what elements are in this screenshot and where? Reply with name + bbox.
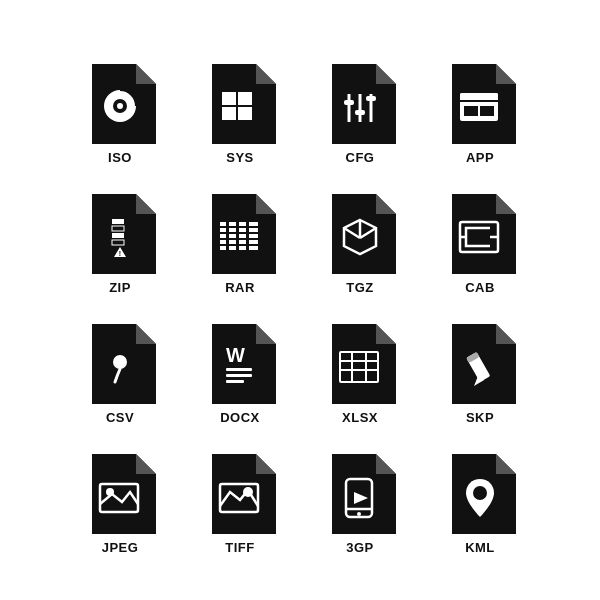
file-label-tgz: TGZ: [346, 280, 374, 295]
file-item-zip[interactable]: ! ZIP: [65, 175, 175, 295]
svg-rect-10: [344, 100, 354, 105]
file-icon-app: [444, 64, 516, 144]
file-item-cfg[interactable]: CFG: [305, 45, 415, 165]
svg-point-60: [473, 486, 487, 500]
file-item-rar[interactable]: RAR: [185, 175, 295, 295]
svg-text:W: W: [226, 344, 245, 366]
file-label-docx: DOCX: [220, 410, 260, 425]
file-label-skp: SKP: [466, 410, 494, 425]
file-label-3gp: 3GP: [346, 540, 374, 555]
file-icon-xlsx: [324, 324, 396, 404]
icon-grid: ISO SYS: [45, 25, 555, 575]
file-icon-tiff: [204, 454, 276, 534]
file-label-kml: KML: [465, 540, 495, 555]
file-icon-skp: [444, 324, 516, 404]
file-label-tiff: TIFF: [225, 540, 254, 555]
file-item-docx[interactable]: W DOCX: [185, 305, 295, 425]
file-label-cab: CAB: [465, 280, 495, 295]
file-item-jpeg[interactable]: JPEG: [65, 435, 175, 555]
svg-point-2: [117, 103, 123, 109]
svg-rect-31: [246, 222, 249, 250]
file-icon-zip: !: [84, 194, 156, 274]
file-label-sys: SYS: [226, 150, 254, 165]
file-item-iso[interactable]: ISO: [65, 45, 175, 165]
svg-rect-18: [112, 219, 124, 224]
file-item-cab[interactable]: CAB: [425, 175, 535, 295]
file-item-tiff[interactable]: TIFF: [185, 435, 295, 555]
svg-rect-21: [112, 240, 124, 245]
svg-rect-11: [355, 110, 365, 115]
svg-rect-20: [112, 233, 124, 238]
svg-rect-42: [226, 374, 252, 377]
svg-rect-41: [226, 368, 252, 371]
svg-rect-16: [480, 106, 494, 116]
svg-rect-4: [238, 92, 252, 105]
svg-rect-43: [226, 380, 244, 383]
svg-rect-12: [366, 96, 376, 101]
file-icon-iso: [84, 64, 156, 144]
svg-rect-30: [236, 222, 239, 250]
svg-rect-14: [460, 93, 498, 101]
svg-rect-15: [464, 106, 478, 116]
file-label-rar: RAR: [225, 280, 255, 295]
file-item-sys[interactable]: SYS: [185, 45, 295, 165]
file-icon-jpeg: [84, 454, 156, 534]
file-icon-tgz: [324, 194, 396, 274]
svg-rect-19: [112, 226, 124, 231]
file-item-app[interactable]: APP: [425, 45, 535, 165]
file-label-jpeg: JPEG: [102, 540, 139, 555]
file-item-kml[interactable]: KML: [425, 435, 535, 555]
file-icon-docx: W: [204, 324, 276, 404]
file-item-3gp[interactable]: 3GP: [305, 435, 415, 555]
file-item-xlsx[interactable]: XLSX: [305, 305, 415, 425]
file-item-skp[interactable]: SKP: [425, 305, 535, 425]
file-label-iso: ISO: [108, 150, 132, 165]
file-item-csv[interactable]: CSV: [65, 305, 175, 425]
file-icon-rar: [204, 194, 276, 274]
file-item-tgz[interactable]: TGZ: [305, 175, 415, 295]
svg-point-53: [106, 488, 114, 496]
file-label-cfg: CFG: [346, 150, 375, 165]
svg-rect-6: [238, 107, 252, 120]
svg-point-39: [113, 355, 127, 369]
file-label-zip: ZIP: [109, 280, 131, 295]
file-icon-cab: [444, 194, 516, 274]
file-icon-3gp: [324, 454, 396, 534]
file-icon-sys: [204, 64, 276, 144]
svg-text:!: !: [119, 250, 121, 257]
file-label-csv: CSV: [106, 410, 134, 425]
svg-rect-5: [222, 107, 236, 120]
svg-rect-29: [226, 222, 229, 250]
svg-rect-3: [222, 92, 236, 105]
file-label-app: APP: [466, 150, 494, 165]
file-icon-kml: [444, 454, 516, 534]
file-label-xlsx: XLSX: [342, 410, 378, 425]
svg-point-55: [243, 487, 253, 497]
file-icon-csv: [84, 324, 156, 404]
file-icon-cfg: [324, 64, 396, 144]
svg-point-58: [357, 512, 361, 516]
